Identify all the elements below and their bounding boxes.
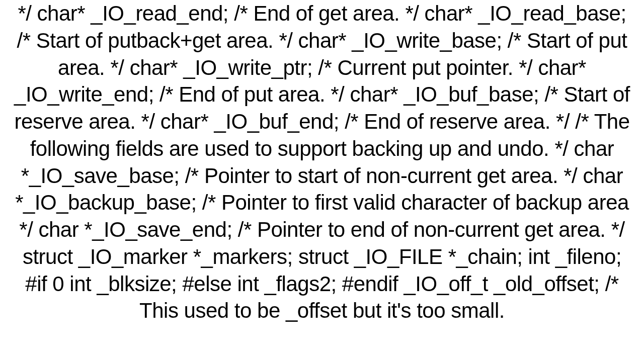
code-snippet-text: */ char* _IO_read_end; /* End of get are… xyxy=(0,0,644,324)
